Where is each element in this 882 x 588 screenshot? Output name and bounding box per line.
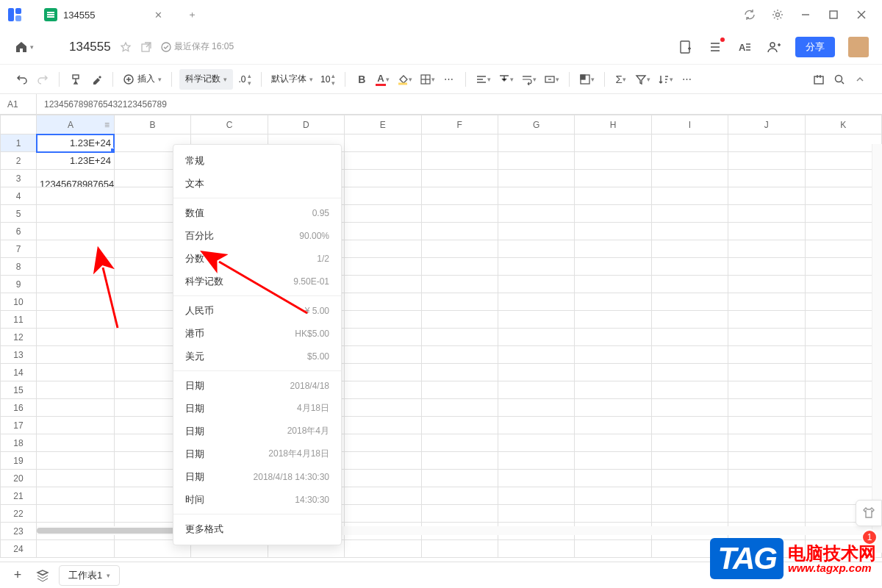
column-header-H[interactable]: H — [575, 115, 651, 135]
row-header-23[interactable]: 23 — [1, 523, 37, 540]
cell-A14[interactable] — [37, 364, 115, 381]
merge-button[interactable]: ▾ — [542, 69, 562, 90]
cell-A6[interactable] — [37, 223, 115, 240]
horizontal-scrollbar[interactable] — [37, 526, 872, 535]
cell-A18[interactable] — [37, 434, 115, 452]
format-option-8[interactable]: 人民币¥ 5.00 — [173, 299, 341, 322]
undo-button[interactable] — [13, 69, 31, 90]
font-size-dropdown[interactable]: 10▴▾ — [318, 69, 337, 90]
cell-F2[interactable] — [421, 152, 498, 170]
cell-A13[interactable] — [37, 346, 115, 364]
cell-A16[interactable] — [37, 399, 115, 417]
cell-I22[interactable] — [651, 505, 728, 523]
cell-G15[interactable] — [498, 381, 574, 399]
star-icon[interactable] — [120, 41, 132, 53]
column-header-I[interactable]: I — [651, 115, 728, 135]
cell-K8[interactable] — [805, 258, 881, 276]
format-option-0[interactable]: 常规 — [173, 149, 341, 172]
cell-G18[interactable] — [498, 434, 574, 452]
new-doc-icon[interactable] — [678, 39, 694, 55]
document-tab[interactable]: 134555 ✕ — [35, 3, 173, 26]
cell-J16[interactable] — [728, 399, 805, 417]
column-header-A[interactable]: A≡ — [37, 115, 115, 135]
fill-color-button[interactable]: ▾ — [395, 69, 415, 90]
cell-I2[interactable] — [651, 152, 728, 170]
cell-F16[interactable] — [421, 399, 498, 417]
cell-H12[interactable] — [575, 329, 651, 346]
cell-E18[interactable] — [345, 434, 421, 452]
cell-H17[interactable] — [575, 417, 651, 434]
cell-F20[interactable] — [421, 470, 498, 487]
cell-K19[interactable] — [805, 452, 881, 470]
cell-H1[interactable] — [575, 135, 651, 152]
cell-F8[interactable] — [421, 258, 498, 276]
column-header-K[interactable]: K — [805, 115, 881, 135]
cell-I14[interactable] — [651, 364, 728, 381]
cell-J12[interactable] — [728, 329, 805, 346]
cell-K4[interactable] — [805, 187, 881, 205]
cell-G24[interactable] — [498, 540, 574, 558]
cell-G3[interactable] — [498, 170, 574, 187]
add-tab-button[interactable]: ＋ — [182, 4, 202, 25]
cell-E4[interactable] — [345, 187, 421, 205]
redo-button[interactable] — [34, 69, 51, 90]
cell-K3[interactable] — [805, 170, 881, 187]
cell-E1[interactable] — [345, 135, 421, 152]
cell-H6[interactable] — [575, 223, 651, 240]
cell-F5[interactable] — [421, 205, 498, 223]
sheets-list-button[interactable] — [34, 565, 51, 586]
cell-H4[interactable] — [575, 187, 651, 205]
freeze-button[interactable] — [810, 69, 828, 90]
floating-shirt-button[interactable] — [856, 500, 882, 526]
cell-A9[interactable] — [37, 276, 115, 293]
cell-H15[interactable] — [575, 381, 651, 399]
cell-A17[interactable] — [37, 417, 115, 434]
add-user-icon[interactable] — [766, 39, 782, 55]
row-header-24[interactable]: 24 — [1, 540, 37, 558]
format-option-14[interactable]: 日期2018年4月 — [173, 420, 341, 442]
cell-H10[interactable] — [575, 293, 651, 311]
cell-E5[interactable] — [345, 205, 421, 223]
cell-K2[interactable] — [805, 152, 881, 170]
cell-G17[interactable] — [498, 417, 574, 434]
cell-H13[interactable] — [575, 346, 651, 364]
spreadsheet-grid[interactable]: A≡BCDEFGHIJK11.23E+2421.23E+243123456789… — [0, 115, 882, 562]
cell-A15[interactable] — [37, 381, 115, 399]
cell-E19[interactable] — [345, 452, 421, 470]
cell-E17[interactable] — [345, 417, 421, 434]
row-header-6[interactable]: 6 — [1, 223, 37, 240]
cell-I6[interactable] — [651, 223, 728, 240]
cell-A21[interactable] — [37, 487, 115, 505]
cell-A20[interactable] — [37, 470, 115, 487]
vertical-scrollbar[interactable] — [872, 144, 882, 553]
cell-A19[interactable] — [37, 452, 115, 470]
cell-H19[interactable] — [575, 452, 651, 470]
cell-J8[interactable] — [728, 258, 805, 276]
row-header-18[interactable]: 18 — [1, 434, 37, 452]
cell-J10[interactable] — [728, 293, 805, 311]
cell-I19[interactable] — [651, 452, 728, 470]
column-header-E[interactable]: E — [345, 115, 421, 135]
cell-E13[interactable] — [345, 346, 421, 364]
cell-J22[interactable] — [728, 505, 805, 523]
close-tab-icon[interactable]: ✕ — [152, 9, 164, 21]
cell-K11[interactable] — [805, 311, 881, 329]
format-option-1[interactable]: 文本 — [173, 172, 341, 195]
cell-J13[interactable] — [728, 346, 805, 364]
cell-G1[interactable] — [498, 135, 574, 152]
share-button[interactable]: 分享 — [795, 37, 835, 57]
format-option-12[interactable]: 日期2018/4/18 — [173, 374, 341, 397]
row-header-20[interactable]: 20 — [1, 470, 37, 487]
external-icon[interactable] — [140, 41, 152, 53]
column-header-C[interactable]: C — [191, 115, 268, 135]
cell-J1[interactable] — [728, 135, 805, 152]
cell-A10[interactable] — [37, 293, 115, 311]
cell-H11[interactable] — [575, 311, 651, 329]
avatar[interactable] — [848, 37, 869, 57]
cell-G13[interactable] — [498, 346, 574, 364]
cell-F15[interactable] — [421, 381, 498, 399]
cell-A7[interactable] — [37, 240, 115, 258]
cell-J2[interactable] — [728, 152, 805, 170]
align-v-button[interactable]: ▾ — [496, 69, 516, 90]
format-option-15[interactable]: 日期2018年4月18日 — [173, 442, 341, 465]
